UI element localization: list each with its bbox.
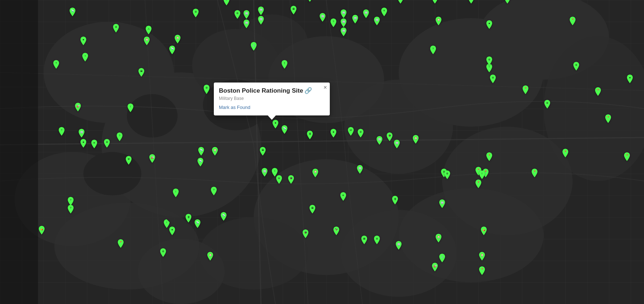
svg-point-14	[399, 188, 544, 282]
popup-close-button[interactable]: ×	[324, 85, 327, 90]
popup-subtitle: Military Base	[219, 96, 325, 101]
svg-point-19	[83, 152, 141, 195]
popup-title: Boston Police Rationing Site🔗	[219, 87, 325, 94]
location-popup: × Boston Police Rationing Site🔗 Military…	[214, 83, 330, 115]
popup-title-text: Boston Police Rationing Site	[219, 87, 303, 94]
map-container[interactable]: 📡 ★ ⚙ ? + ⚠ 🏠 🏠 📡 ⚙ ⚙ ! ⚙ 🏢 🏢 ⚓ 🏢 🏢 † 🏛 …	[0, 0, 644, 304]
svg-rect-25	[0, 0, 38, 304]
popup-link[interactable]: 🔗	[304, 87, 312, 94]
svg-point-16	[138, 239, 225, 304]
popup-mark-found-link[interactable]: Mark as Found	[219, 105, 250, 110]
map-svg	[0, 0, 644, 304]
